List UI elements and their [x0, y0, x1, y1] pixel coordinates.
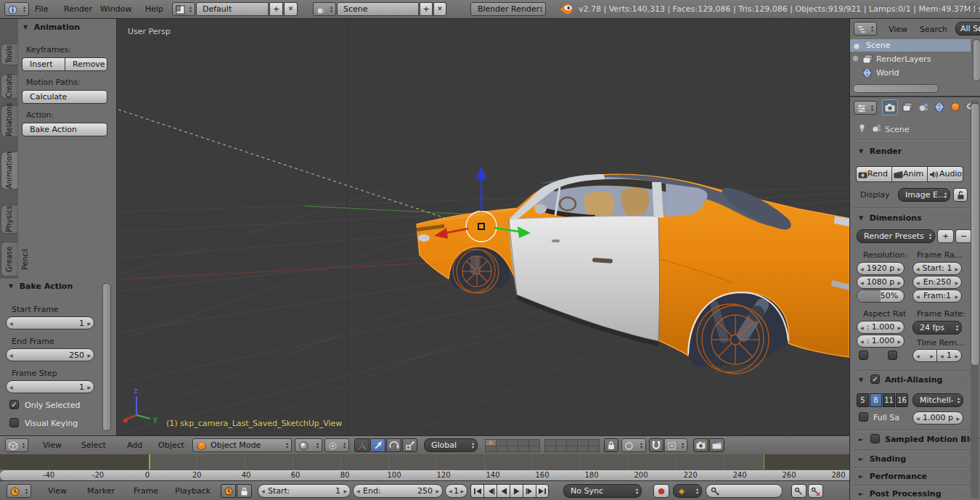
keying-set-selector[interactable]: ◆ ▴▾	[673, 484, 702, 498]
jump-to-start-button[interactable]	[470, 484, 483, 498]
properties-scrollbar-thumb[interactable]	[971, 103, 980, 366]
editor-type-selector-outliner[interactable]: ▴▾	[854, 22, 877, 36]
tab-object[interactable]	[947, 99, 963, 115]
bake-action-panel-header[interactable]: ▼ Bake Action	[9, 282, 73, 291]
full-sample-checkbox[interactable]	[859, 412, 868, 422]
start-frame-field[interactable]: 1◀▶	[6, 316, 94, 329]
render-presets-selector[interactable]: Render Presets▴▾	[857, 229, 935, 243]
stepper-decrease-icon[interactable]: ◀	[916, 294, 920, 299]
frame-rate-selector[interactable]: 24 fps▴▾	[912, 321, 962, 335]
menu-outliner-search[interactable]: Search	[920, 25, 947, 34]
stepper-decrease-icon[interactable]: ◀	[860, 266, 864, 271]
render-engine-selector[interactable]: Blender Render▴▾	[470, 2, 546, 16]
menu-3d-view[interactable]: View	[43, 440, 62, 450]
shading-panel-header[interactable]: ► Shading	[859, 454, 906, 464]
resolution-y-field[interactable]: 1080 p◀▶	[857, 276, 905, 289]
opengl-render-image-button[interactable]	[693, 438, 709, 452]
border-checkbox[interactable]	[859, 351, 868, 360]
stepper-increase-icon[interactable]: ▶	[87, 385, 91, 390]
manipulator-scale-button[interactable]	[402, 438, 417, 452]
insert-keyframes-button[interactable]	[791, 484, 807, 498]
close-scene-button[interactable]: ✕	[433, 2, 446, 16]
stepper-decrease-icon[interactable]: ◀	[940, 353, 944, 358]
stepper-increase-icon[interactable]: ▶	[897, 339, 901, 344]
stepper-increase-icon[interactable]: ▶	[956, 416, 960, 421]
pivot-point-selector[interactable]: ▴▾	[324, 438, 349, 452]
scene-selector[interactable]: ▴▾	[313, 2, 336, 16]
stepper-increase-icon[interactable]: ▶	[955, 266, 958, 271]
remove-keyframe-button[interactable]: Remove	[65, 57, 107, 71]
scene-name[interactable]: Scene	[337, 2, 419, 16]
viewport-3d[interactable]: z y	[117, 19, 849, 435]
stepper-increase-icon[interactable]: ▶	[955, 294, 958, 299]
render-still-button[interactable]: Rend	[856, 166, 891, 182]
viewport-shading-selector[interactable]: ▴▾	[295, 438, 322, 452]
layers-widget-2[interactable]	[544, 439, 600, 452]
add-preset-button[interactable]: +	[937, 229, 954, 243]
time-remap-old-field[interactable]: ◀▶	[912, 349, 936, 362]
snap-element-selector[interactable]: ▴▾	[664, 438, 687, 452]
current-frame-line[interactable]	[149, 454, 150, 470]
panel-drag-dots[interactable]: ::::	[956, 215, 968, 222]
editor-type-selector-timeline[interactable]: ▴▾	[7, 484, 31, 498]
frame-end-prop-field[interactable]: En:250◀▶	[912, 276, 962, 289]
stepper-decrease-icon[interactable]: ◀	[860, 325, 864, 330]
outliner-display-mode[interactable]: All Sc▴▾	[955, 22, 980, 36]
time-remap-new-field[interactable]: 1◀▶	[936, 349, 962, 362]
stepper-increase-icon[interactable]: ▶	[897, 325, 901, 330]
frame-step-field[interactable]: 1◀▶	[6, 380, 94, 393]
show-seconds-toggle[interactable]	[221, 484, 236, 498]
menu-3d-select[interactable]: Select	[81, 440, 106, 450]
stepper-decrease-icon[interactable]: ◀	[9, 353, 13, 358]
play-reverse-button[interactable]	[497, 484, 510, 498]
panel-drag-dots[interactable]: ::::	[956, 377, 968, 384]
stepper-decrease-icon[interactable]: ◀	[916, 416, 920, 421]
manipulator-rotate-button[interactable]	[386, 438, 401, 452]
frame-end-field[interactable]: End: 250 ◀▶	[353, 484, 443, 498]
jump-to-end-button[interactable]	[536, 484, 549, 498]
bake-action-button[interactable]: Bake Action	[22, 123, 107, 136]
current-frame-field[interactable]: 1 ◀▶	[445, 484, 467, 498]
proportional-edit-selector[interactable]: ▴▾	[621, 438, 646, 452]
lock-time-cursor-toggle[interactable]	[237, 484, 252, 498]
opengl-render-anim-button[interactable]	[709, 438, 724, 452]
aa-samples-5-button[interactable]: 5	[857, 393, 869, 407]
layer-cells[interactable]	[485, 439, 540, 452]
tool-shelf-scrollbar[interactable]	[102, 283, 111, 431]
aa-samples-16-button[interactable]: 16	[896, 393, 908, 407]
outliner-vscrollbar[interactable]	[973, 39, 980, 81]
close-layout-button[interactable]: ✕	[284, 2, 298, 16]
aspect-y-field[interactable]: : 1.000◀▶	[857, 335, 905, 348]
next-keyframe-button[interactable]	[523, 484, 536, 498]
animation-panel-header[interactable]: ▼ Animation	[23, 22, 80, 32]
stepper-decrease-icon[interactable]: ◀	[916, 353, 920, 358]
editor-type-selector[interactable]: ▴▾	[4, 2, 29, 16]
menu-3d-object[interactable]: Object	[158, 440, 184, 450]
menu-timeline-frame[interactable]: Frame	[134, 486, 158, 496]
toolshelf-tab-physics[interactable]: Physics	[1, 205, 18, 234]
corner-resize-grip[interactable]	[966, 1, 979, 14]
outliner-row-scene[interactable]: Scene	[850, 39, 971, 52]
screen-layout-selector[interactable]: ▴▾	[172, 2, 195, 16]
timeline-canvas[interactable]	[0, 454, 849, 470]
panel-drag-dots[interactable]: ::::	[99, 24, 110, 31]
stepper-increase-icon[interactable]: ▶	[343, 488, 347, 493]
toolshelf-tab-relations[interactable]: Relations	[1, 105, 18, 137]
stepper-decrease-icon[interactable]: ◀	[449, 488, 452, 493]
menu-outliner-view[interactable]: View	[889, 25, 907, 34]
tab-render-layers[interactable]	[899, 99, 915, 115]
sync-mode-selector[interactable]: No Sync▴▾	[563, 484, 642, 498]
tab-render[interactable]	[882, 99, 898, 115]
toolshelf-tab-tools[interactable]: Tools	[1, 44, 18, 65]
editor-type-selector-properties[interactable]: ▴▾	[854, 101, 877, 115]
expand-icon[interactable]: ⊕	[852, 54, 858, 62]
display-lock-button[interactable]	[953, 188, 968, 202]
outliner-row-renderlayers[interactable]: ⊕ RenderLayers	[850, 53, 971, 65]
stepper-decrease-icon[interactable]: ◀	[356, 488, 360, 493]
menu-window[interactable]: Window	[100, 4, 131, 14]
render-audio-button[interactable]: Audio	[927, 166, 963, 182]
render-panel-header[interactable]: ▼ Render	[859, 147, 902, 156]
snap-toggle-button[interactable]	[649, 438, 663, 452]
manipulator-translate-button[interactable]	[370, 438, 385, 452]
panel-drag-dots[interactable]: ::::	[956, 456, 968, 463]
